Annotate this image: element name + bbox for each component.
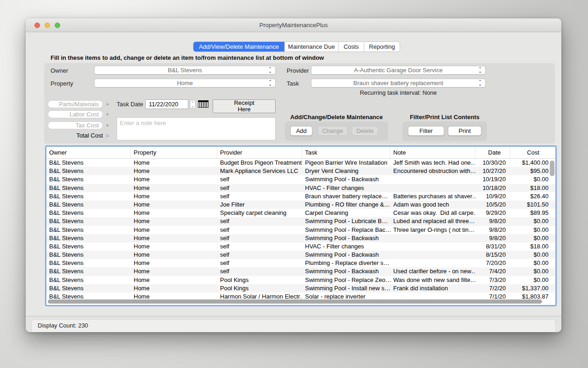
table-row[interactable]: B&L StevensHomeselfSwimming Pool - Backw…: [46, 234, 555, 242]
table-row[interactable]: B&L StevensHomeselfBraun shaver battery …: [46, 192, 555, 201]
table-row[interactable]: B&L StevensHomeJoe FilterPlumbing - RO f…: [46, 201, 555, 209]
provider-value: A-Authentic Garage Door Service: [354, 67, 443, 74]
cell-date: 9/8/20: [475, 226, 510, 234]
table-row[interactable]: B&L StevensHomeSpecialty carpet cleaning…: [46, 209, 555, 217]
cell-provider: self: [217, 259, 302, 267]
table-row[interactable]: B&L StevensHomeselfSwimming Pool - Backw…: [46, 267, 555, 276]
table-row[interactable]: B&L StevensHomeselfSwimming Pool - Backw…: [46, 251, 555, 259]
tax-cost-field[interactable]: [48, 121, 103, 129]
cell-owner: B&L Stevens: [46, 217, 131, 225]
cell-owner: B&L Stevens: [46, 276, 131, 284]
change-button: Change: [318, 126, 347, 136]
table-row[interactable]: B&L StevensHomeselfPlumbing - Replace di…: [46, 259, 555, 267]
cell-cost: $0.00: [510, 226, 554, 234]
property-select[interactable]: Home ⌃⌄: [94, 79, 276, 87]
cell-provider: self: [217, 251, 302, 259]
table-row[interactable]: B&L StevensHomeselfHVAC - Filter changes…: [46, 184, 555, 192]
table-row[interactable]: B&L StevensHomeselfSwimming Pool - Repla…: [46, 226, 555, 234]
date-stepper[interactable]: ⌃⌄: [190, 100, 196, 109]
delete-button: Delete: [352, 126, 378, 136]
form-panel: Owner B&L Stevens ⌃⌄ Property Home ⌃⌄ Pr…: [44, 63, 555, 144]
table-header: OwnerPropertyProviderTaskNoteDateCost: [46, 147, 555, 159]
title-bar[interactable]: PropertyMaintenancePlus: [26, 18, 561, 32]
maintenance-table: OwnerPropertyProviderTaskNoteDateCost B&…: [45, 145, 557, 306]
cell-note: Frank did installation: [390, 284, 475, 293]
cell-cost: $0.00: [510, 276, 554, 284]
tab-costs[interactable]: Costs: [339, 42, 364, 52]
table-row[interactable]: B&L StevensHomeMark Appliance Services L…: [46, 167, 555, 175]
cell-date: 10/5/20: [475, 201, 510, 209]
tab-reporting[interactable]: Reporting: [364, 42, 400, 52]
cell-note: [390, 259, 475, 267]
cell-note: Three larger O-rings ( not tin…: [390, 226, 475, 234]
receipt-here-button[interactable]: Receipt Here: [213, 99, 276, 113]
up-down-chevrons-icon: ⌃⌄: [268, 67, 272, 74]
cell-property: Home: [131, 159, 217, 167]
tab-add-view-delete-maintenance[interactable]: Add/View/Delete Maintenance: [193, 42, 285, 52]
up-down-chevrons-icon: ⌃⌄: [478, 67, 482, 74]
cell-note: [390, 251, 475, 259]
cell-task: Plumbing - RO filter change &…: [302, 201, 390, 209]
column-header-property[interactable]: Property: [131, 147, 217, 158]
cell-date: 7/4/20: [475, 267, 510, 276]
cell-provider: self: [217, 192, 302, 201]
vertical-scrollbar[interactable]: [550, 161, 554, 176]
cell-date: 7/3/20: [475, 276, 510, 284]
task-select[interactable]: Braun shaver battery replacement ⌃⌄: [311, 79, 486, 87]
cell-owner: B&L Stevens: [46, 201, 131, 209]
cell-note: Lubed and replaced all three…: [390, 217, 475, 225]
cell-date: 10/19/20: [475, 175, 510, 184]
column-header-task[interactable]: Task: [302, 147, 390, 158]
column-header-owner[interactable]: Owner: [46, 147, 131, 158]
provider-select[interactable]: A-Authentic Garage Door Service ⌃⌄: [311, 66, 486, 75]
column-header-cost[interactable]: Cost: [510, 147, 554, 158]
column-header-provider[interactable]: Provider: [217, 147, 302, 158]
table-row[interactable]: B&L StevensHomePool KingsSwimming Pool -…: [46, 276, 555, 284]
cell-owner: B&L Stevens: [46, 159, 131, 167]
close-button-icon[interactable]: [34, 23, 40, 28]
cell-task: Braun shaver battery replace…: [302, 192, 390, 201]
cell-property: Home: [131, 175, 217, 184]
tab-maintenance-due[interactable]: Maintenance Due: [285, 42, 339, 52]
cell-date: 8/15/20: [475, 251, 510, 259]
parts-materials-field[interactable]: [48, 100, 103, 108]
column-header-note[interactable]: Note: [390, 147, 475, 158]
cell-provider: self: [217, 226, 302, 234]
cell-cost: $0.00: [510, 234, 554, 242]
table-row[interactable]: B&L StevensHomeBudget Bros Pigeon Treatm…: [46, 159, 555, 167]
property-value: Home: [177, 80, 193, 86]
note-input[interactable]: [117, 117, 276, 140]
filter-button[interactable]: Filter: [408, 126, 444, 136]
cell-task: HVAC - Filter changes: [302, 184, 390, 192]
labor-cost-field[interactable]: [48, 110, 103, 118]
cell-provider: self: [217, 242, 302, 251]
display-count-text: Display Count: 230: [38, 322, 88, 329]
maintenance-actions-heading: Add/Change/Delete Maintenance: [285, 114, 388, 121]
table-row[interactable]: B&L StevensHomePool KingsSwimming Pool -…: [46, 284, 555, 293]
cell-note: Encountered obstruction with…: [390, 167, 475, 175]
app-window: PropertyMaintenancePlus Add/View/Delete …: [26, 18, 561, 332]
cell-property: Home: [131, 251, 217, 259]
cell-provider: Mark Appliance Services LLC: [217, 167, 302, 175]
cell-task: Swimming Pool - Backwash: [302, 251, 390, 259]
minimize-button-icon[interactable]: [45, 23, 50, 28]
cell-provider: self: [217, 175, 302, 184]
column-header-date[interactable]: Date: [475, 147, 510, 158]
zoom-button-icon[interactable]: [55, 23, 60, 28]
horizontal-scrollbar[interactable]: [48, 299, 542, 304]
cell-owner: B&L Stevens: [46, 192, 131, 201]
cell-cost: $95.00: [510, 167, 554, 175]
table-row[interactable]: B&L StevensHomeselfHVAC - Filter changes…: [46, 242, 555, 251]
table-row[interactable]: B&L StevensHomeselfSwimming Pool - Backw…: [46, 175, 555, 184]
task-date-input[interactable]: [145, 99, 188, 109]
cell-date: 10/9/20: [475, 192, 510, 201]
task-value: Braun shaver battery replacement: [353, 80, 443, 86]
cell-date: 9/8/20: [475, 234, 510, 242]
cell-property: Home: [131, 201, 217, 209]
print-button[interactable]: Print: [448, 126, 481, 136]
calendar-icon[interactable]: [198, 100, 209, 108]
table-row[interactable]: B&L StevensHomeselfSwimming Pool - Lubri…: [46, 217, 555, 225]
add-button[interactable]: Add: [290, 126, 312, 136]
cell-owner: B&L Stevens: [46, 167, 131, 175]
owner-select[interactable]: B&L Stevens ⌃⌄: [94, 66, 276, 75]
